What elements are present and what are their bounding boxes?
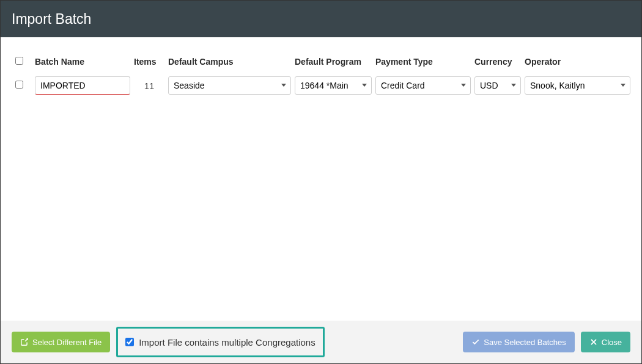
dialog-body: Batch Name Items Default Campus Default …: [1, 37, 641, 321]
col-default-program: Default Program: [295, 57, 374, 74]
save-selected-batches-button[interactable]: Save Selected Batches: [463, 332, 574, 352]
select-all-checkbox[interactable]: [15, 57, 23, 65]
col-items: Items: [134, 57, 167, 74]
col-default-campus: Default Campus: [168, 57, 293, 74]
col-currency: Currency: [474, 57, 523, 74]
batches-table: Batch Name Items Default Campus Default …: [14, 56, 634, 97]
col-batch-name: Batch Name: [35, 57, 133, 74]
col-payment-type: Payment Type: [375, 57, 473, 74]
select-different-file-button[interactable]: Select Different File: [12, 332, 110, 352]
external-link-icon: [20, 338, 29, 346]
button-label: Close: [602, 338, 622, 347]
table-row: 11 Seaside 19644 *Main Credit Card USD S…: [15, 75, 633, 96]
multi-congregations-label: Import File contains multiple Congregati…: [139, 337, 315, 348]
items-count: 11: [134, 75, 167, 96]
default-program-select[interactable]: 19644 *Main: [295, 76, 372, 95]
dialog-footer: Select Different File Import File contai…: [1, 321, 641, 363]
button-label: Save Selected Batches: [484, 338, 566, 347]
default-campus-select[interactable]: Seaside: [168, 76, 291, 95]
multi-congregations-checkbox[interactable]: [125, 338, 134, 346]
dialog-header: Import Batch: [1, 1, 641, 37]
batch-name-input[interactable]: [35, 76, 130, 95]
row-checkbox[interactable]: [15, 81, 23, 89]
operator-select[interactable]: Snook, Kaitlyn: [525, 76, 630, 95]
currency-select[interactable]: USD: [474, 76, 521, 95]
multi-congregations-option[interactable]: Import File contains multiple Congregati…: [116, 327, 324, 357]
check-icon: [471, 338, 480, 346]
button-label: Select Different File: [32, 338, 101, 347]
close-icon: [589, 338, 598, 346]
col-operator: Operator: [525, 57, 633, 74]
payment-type-select[interactable]: Credit Card: [375, 76, 471, 95]
page-title: Import Batch: [12, 11, 91, 27]
import-batch-dialog: Import Batch Batch Name Items Default Ca…: [0, 0, 642, 364]
close-button[interactable]: Close: [581, 332, 630, 352]
